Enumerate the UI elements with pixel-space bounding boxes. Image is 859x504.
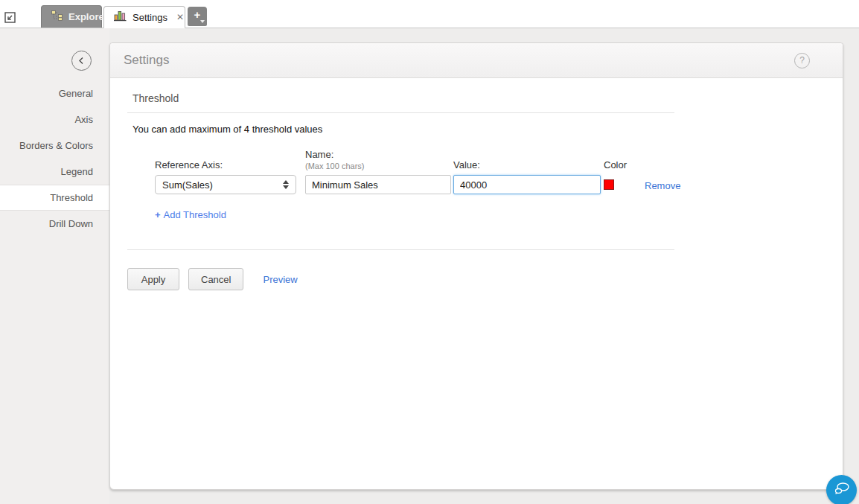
chat-bubbles-icon <box>833 482 851 499</box>
page-title: Settings <box>124 53 169 68</box>
apply-button[interactable]: Apply <box>127 268 179 290</box>
color-label: Color <box>604 159 632 170</box>
tab-settings-label: Settings <box>132 12 167 23</box>
preview-link[interactable]: Preview <box>263 274 297 285</box>
sidebar-item-drill-down[interactable]: Drill Down <box>0 211 109 237</box>
sidebar-item-borders-colors[interactable]: Borders & Colors <box>0 133 109 159</box>
new-tab-button[interactable]: + <box>188 7 207 26</box>
threshold-row: Reference Axis: Sum(Sales) Name: (Max 10… <box>155 151 843 194</box>
threshold-name-input[interactable] <box>305 175 451 194</box>
section-title: Threshold <box>132 92 843 104</box>
popout-icon[interactable] <box>4 11 17 25</box>
sidebar-item-legend[interactable]: Legend <box>0 159 109 185</box>
add-threshold-label: Add Threshold <box>164 209 226 220</box>
reference-axis-selected-value: Sum(Sales) <box>162 179 213 191</box>
sidebar-nav: General Axis Borders & Colors Legend Thr… <box>0 80 109 237</box>
tab-bar: Explorer Settings ✕ + <box>0 0 859 28</box>
chevron-down-icon <box>200 20 205 23</box>
reference-axis-label: Reference Axis: <box>155 159 305 170</box>
cancel-button[interactable]: Cancel <box>188 268 243 290</box>
main-area: General Axis Borders & Colors Legend Thr… <box>0 28 859 504</box>
add-threshold-link[interactable]: +Add Threshold <box>155 209 226 220</box>
help-icon[interactable]: ? <box>794 53 810 68</box>
chat-feedback-button[interactable] <box>826 475 857 504</box>
sidebar-item-threshold[interactable]: Threshold <box>0 185 109 211</box>
name-label: Name: <box>305 149 453 160</box>
settings-panel: Settings ? Threshold You can add maximum… <box>109 42 843 490</box>
form-bottom-divider <box>127 249 674 250</box>
plus-icon: + <box>155 209 161 220</box>
tab-settings[interactable]: Settings ✕ <box>103 6 185 28</box>
name-max-chars-hint: (Max 100 chars) <box>305 162 453 170</box>
action-bar: Apply Cancel Preview <box>127 268 843 290</box>
threshold-info-text: You can add maximum of 4 threshold value… <box>132 124 843 135</box>
settings-panel-header: Settings ? <box>110 43 843 78</box>
tab-explorer[interactable]: Explorer <box>41 5 102 28</box>
reference-axis-select[interactable]: Sum(Sales) <box>155 175 296 194</box>
select-spinner-icon <box>283 180 289 189</box>
tab-close-icon[interactable]: ✕ <box>176 12 184 22</box>
section-divider <box>127 112 674 113</box>
collapse-sidebar-button[interactable] <box>71 51 92 71</box>
threshold-color-swatch[interactable] <box>604 179 614 190</box>
sidebar-item-general[interactable]: General <box>0 80 109 106</box>
settings-sidebar: General Axis Borders & Colors Legend Thr… <box>0 28 109 504</box>
explorer-hierarchy-icon <box>51 10 63 23</box>
tab-explorer-label: Explorer <box>68 11 108 22</box>
sidebar-item-axis[interactable]: Axis <box>0 106 109 133</box>
threshold-value-input[interactable] <box>453 175 601 194</box>
value-label: Value: <box>453 159 604 170</box>
remove-threshold-link[interactable]: Remove <box>645 180 680 191</box>
bar-chart-icon <box>114 10 127 24</box>
